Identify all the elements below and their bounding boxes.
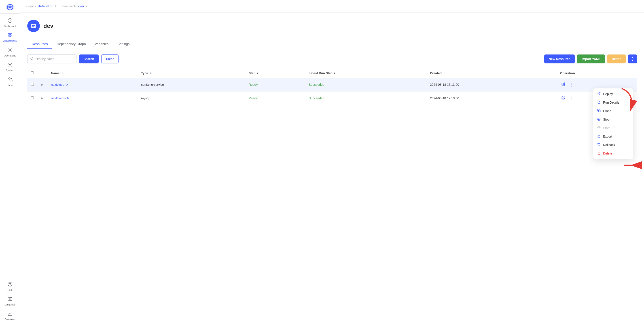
- svg-rect-22: [598, 119, 599, 120]
- external-link-icon: ↗: [66, 83, 68, 86]
- dropdown-item-stop[interactable]: Stop: [593, 115, 633, 124]
- more-row-button[interactable]: ⋮: [568, 95, 575, 102]
- project-name: default: [38, 4, 49, 8]
- col-latest-run-status: Latest Run Status: [305, 69, 426, 78]
- project-selector[interactable]: default ▼: [38, 4, 52, 8]
- svg-rect-3: [8, 33, 10, 35]
- dropdown-item-label: Rollback: [603, 143, 615, 147]
- operation-buttons: ⋮ Deploy: [560, 81, 633, 88]
- status-badge: Ready: [249, 96, 258, 100]
- clear-button[interactable]: Clear: [101, 54, 118, 63]
- resource-link[interactable]: nextcloud ↗: [51, 83, 134, 86]
- row-expand-button[interactable]: ▶: [41, 83, 44, 87]
- select-all-checkbox[interactable]: [31, 71, 34, 74]
- dropdown-item-label: Clone: [603, 109, 611, 113]
- row-checkbox[interactable]: [31, 96, 34, 99]
- dashboard-icon: [8, 18, 12, 24]
- row-name-cell: nextcloud ↗: [48, 78, 138, 92]
- environments-label: Environments: [58, 4, 76, 8]
- users-icon: [8, 77, 12, 83]
- dropdown-item-clone[interactable]: Clone: [593, 107, 633, 115]
- dropdown-item-label: Run Details: [603, 101, 619, 104]
- dropdown-item-start: Start: [593, 124, 633, 132]
- row-status-cell: Ready: [245, 78, 305, 92]
- environment-selector[interactable]: dev ▼: [78, 4, 88, 8]
- svg-rect-4: [10, 33, 12, 35]
- search-button[interactable]: Search: [79, 54, 98, 63]
- resource-type: mysql: [141, 96, 149, 100]
- sidebar-item-dashboard[interactable]: Dashboard: [1, 16, 18, 30]
- col-type[interactable]: Type ⇅: [138, 69, 245, 78]
- sidebar: Dashboard Applications Operations System…: [0, 0, 20, 326]
- dropdown-item-label: Start: [603, 126, 610, 130]
- resource-link[interactable]: nextcloud-db: [51, 96, 134, 100]
- row-created-cell: 2024-03-18 17:13:00: [426, 78, 556, 92]
- edit-button[interactable]: [560, 81, 566, 88]
- sidebar-item-download[interactable]: Download: [1, 309, 18, 323]
- new-resource-button[interactable]: New Resource: [544, 54, 575, 63]
- row-name-cell: nextcloud-db: [48, 92, 138, 105]
- row-run-status-cell: Succeeded: [305, 78, 426, 92]
- more-button[interactable]: ⋮: [628, 54, 637, 63]
- sidebar-item-label: Download: [4, 318, 16, 321]
- search-box[interactable]: [27, 54, 76, 63]
- sidebar-item-label: Language: [4, 303, 16, 306]
- table-row: ▶ nextcloud-db mysql Ready: [27, 92, 637, 105]
- col-expand: [37, 69, 48, 78]
- clone-icon: [597, 109, 601, 113]
- row-expand-cell: ▶: [37, 92, 48, 105]
- more-row-button[interactable]: ⋮: [568, 81, 575, 88]
- sidebar-item-applications[interactable]: Applications: [1, 31, 18, 44]
- sidebar-item-label: Operations: [4, 54, 16, 57]
- dropdown-item-rollback[interactable]: Rollback: [593, 141, 633, 149]
- operations-icon: [8, 48, 12, 53]
- tab-dependency-graph[interactable]: Dependency Graph: [52, 39, 90, 49]
- search-input[interactable]: [36, 57, 71, 61]
- sidebar-bottom: Help Language Download: [0, 279, 20, 326]
- system-icon: [8, 62, 12, 68]
- latest-run-status: Succeeded: [309, 96, 324, 100]
- col-created[interactable]: Created ⇅: [426, 69, 556, 78]
- sidebar-item-help[interactable]: Help: [1, 280, 18, 293]
- sidebar-item-operations[interactable]: Operations: [1, 45, 18, 59]
- row-checkbox-cell: [27, 92, 37, 105]
- sidebar-item-label: Users: [7, 84, 13, 86]
- svg-rect-6: [10, 36, 12, 37]
- svg-point-8: [10, 64, 11, 65]
- row-run-status-cell: Succeeded: [305, 92, 426, 105]
- search-icon: [30, 57, 34, 61]
- row-expand-button[interactable]: ▶: [41, 96, 44, 100]
- download-icon: [8, 311, 12, 317]
- stop-icon: [597, 118, 601, 122]
- dropdown-item-run-details[interactable]: Run Details: [593, 98, 633, 107]
- svg-point-21: [598, 118, 600, 121]
- env-name: dev: [78, 4, 84, 8]
- row-type-cell: mysql: [138, 92, 245, 105]
- deploy-icon: [597, 92, 601, 96]
- delete-button[interactable]: Delete: [607, 54, 626, 63]
- tab-variables[interactable]: Variables: [90, 39, 113, 49]
- svg-marker-24: [598, 127, 600, 128]
- start-icon: [597, 126, 601, 130]
- svg-point-23: [598, 126, 600, 129]
- dropdown-item-delete[interactable]: Delete: [593, 149, 633, 158]
- tab-resources[interactable]: Resources: [27, 39, 52, 49]
- dropdown-item-label: Stop: [603, 118, 610, 121]
- sidebar-item-system[interactable]: System: [1, 60, 18, 74]
- created-date: 2024-03-18 17:13:00: [430, 83, 459, 86]
- sort-icon: ⇅: [61, 72, 63, 75]
- rollback-icon: [597, 143, 601, 147]
- sidebar-item-language[interactable]: Language: [1, 294, 18, 308]
- status-badge: Ready: [249, 83, 258, 86]
- row-checkbox[interactable]: [31, 83, 34, 86]
- dropdown-item-export[interactable]: Export: [593, 132, 633, 141]
- col-name[interactable]: Name ⇅: [48, 69, 138, 78]
- svg-rect-5: [8, 36, 10, 37]
- import-yaml-button[interactable]: Import YAML: [577, 54, 605, 63]
- sidebar-item-label: Applications: [3, 39, 16, 42]
- sidebar-item-users[interactable]: Users: [1, 75, 18, 89]
- edit-button[interactable]: [560, 95, 566, 102]
- tab-settings[interactable]: Settings: [113, 39, 134, 49]
- dropdown-item-deploy[interactable]: Deploy: [593, 90, 633, 98]
- logo[interactable]: [0, 0, 20, 14]
